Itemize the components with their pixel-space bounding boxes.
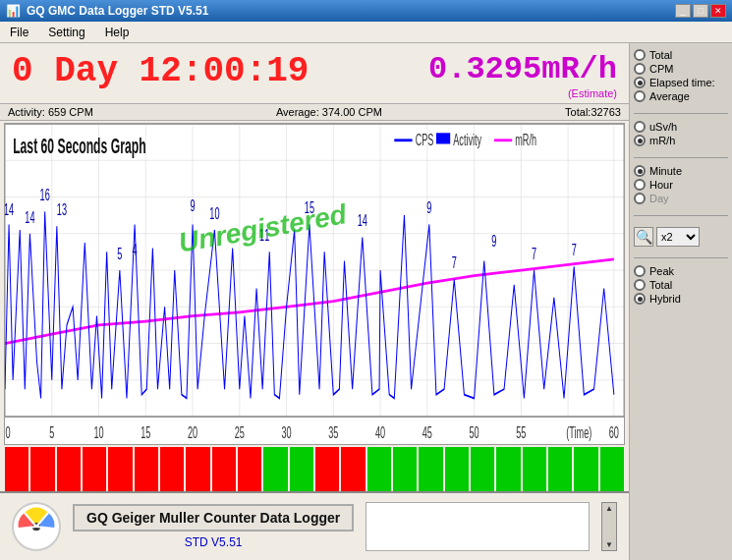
mode-cpm-label: CPM [649,63,673,75]
right-panel: Total CPM Elapsed time: Average uSv/h [629,43,732,560]
mode-cpm[interactable]: CPM [634,63,728,75]
time-day-radio[interactable] [634,193,646,204]
average-stat: Average: 374.00 CPM [276,106,382,118]
color-segment-8 [212,447,236,491]
title-bar: 📊 GQ GMC Data Logger STD V5.51 _ □ ✕ [0,0,732,22]
time-minute-radio[interactable] [634,165,646,177]
color-segment-6 [160,447,184,491]
svg-text:14: 14 [5,200,14,219]
svg-text:Activity: Activity [453,131,481,149]
color-segment-9 [238,447,261,491]
time-minute[interactable]: Minute [634,165,728,177]
time-hour-radio[interactable] [634,179,646,191]
unit-usvh[interactable]: uSv/h [634,121,728,133]
color-segment-0 [5,447,28,491]
log-box [366,502,590,551]
svg-text:40: 40 [375,424,385,443]
mode-elapsed[interactable]: Elapsed time: [634,77,728,88]
svg-text:30: 30 [281,424,291,443]
color-segment-4 [108,447,132,491]
display-peak-radio[interactable] [634,265,646,277]
svg-text:7: 7 [532,245,536,263]
radiation-display: 0.3295mR/h (Estimate) [428,51,617,99]
mode-average-radio[interactable] [634,90,646,102]
display-total[interactable]: Total [634,279,728,291]
mode-total[interactable]: Total [634,49,728,61]
display-hybrid-radio[interactable] [634,293,646,305]
display-total-radio[interactable] [634,279,646,291]
zoom-row: 🔍 x1 x2 x4 x8 [634,227,728,247]
svg-text:7: 7 [452,253,457,272]
svg-text:45: 45 [422,424,432,443]
menu-file[interactable]: File [4,24,34,41]
svg-text:14: 14 [25,208,35,227]
scroll-up-arrow[interactable]: ▲ [604,503,614,514]
menu-help[interactable]: Help [99,24,136,41]
svg-text:35: 35 [328,424,338,443]
svg-text:55: 55 [516,424,526,443]
display-group: Peak Total Hybrid [634,265,728,305]
mode-average-label: Average [649,90,690,102]
radiation-estimate: (Estimate) [428,87,617,99]
svg-text:20: 20 [188,424,197,443]
display-hybrid[interactable]: Hybrid [634,293,728,305]
svg-rect-0 [5,124,624,444]
menu-setting[interactable]: Setting [42,24,90,41]
color-segment-18 [471,447,494,491]
unit-mrh-label: mR/h [649,135,675,146]
divider-1 [634,113,728,114]
elapsed-time: 0 Day 12:00:19 [12,51,309,91]
mode-elapsed-radio[interactable] [634,77,646,88]
unit-mrh[interactable]: mR/h [634,135,728,146]
zoom-select[interactable]: x1 x2 x4 x8 [656,227,700,247]
svg-text:mR/h: mR/h [515,131,536,149]
mode-cpm-radio[interactable] [634,63,646,75]
color-segment-2 [57,447,81,491]
color-segment-1 [30,447,54,491]
close-button[interactable]: ✕ [710,4,726,18]
color-bar [4,447,625,491]
svg-text:CPS: CPS [416,131,434,149]
total-stat: Total:32763 [565,106,621,118]
zoom-icon[interactable]: 🔍 [634,227,653,247]
mode-average[interactable]: Average [634,90,728,102]
color-segment-14 [367,447,391,491]
scroll-down-arrow[interactable]: ▼ [604,539,614,550]
log-scrollbar[interactable]: ▲ ▼ [601,502,617,551]
svg-text:Last 60 Seconds Graph: Last 60 Seconds Graph [13,134,145,158]
time-hour[interactable]: Hour [634,179,728,191]
time-hour-label: Hour [649,179,673,191]
divider-3 [634,215,728,216]
radiation-value: 0.3295mR/h [428,51,617,87]
svg-text:9: 9 [426,198,431,217]
svg-text:5: 5 [49,424,54,443]
app-icon: 📊 [6,4,21,18]
svg-text:4: 4 [133,241,138,259]
time-display: 0 Day 12:00:19 0.3295mR/h (Estimate) [0,43,629,103]
device-info: GQ Geiger Muller Counter Data Logger STD… [73,504,354,549]
unit-mrh-radio[interactable] [634,135,646,146]
svg-text:9: 9 [491,232,496,251]
color-segment-19 [496,447,520,491]
color-segment-17 [445,447,469,491]
svg-text:15: 15 [305,198,314,217]
mode-total-radio[interactable] [634,49,646,61]
display-peak[interactable]: Peak [634,265,728,277]
mode-total-label: Total [649,49,672,61]
color-segment-21 [548,447,572,491]
color-segment-12 [315,447,339,491]
color-segment-20 [523,447,546,491]
unit-usvh-radio[interactable] [634,121,646,133]
minimize-button[interactable]: _ [675,4,691,18]
svg-text:15: 15 [141,424,150,443]
svg-rect-56 [436,133,450,143]
maximize-button[interactable]: □ [693,4,708,18]
window-controls[interactable]: _ □ ✕ [675,4,726,18]
svg-text:25: 25 [235,424,245,443]
color-segment-23 [600,447,624,491]
svg-text:13: 13 [57,200,67,219]
time-day[interactable]: Day [634,193,728,204]
color-segment-3 [83,447,106,491]
display-peak-label: Peak [649,265,674,277]
graph-area: 0 5 10 15 20 25 30 35 40 45 50 55 (Time)… [4,123,625,445]
